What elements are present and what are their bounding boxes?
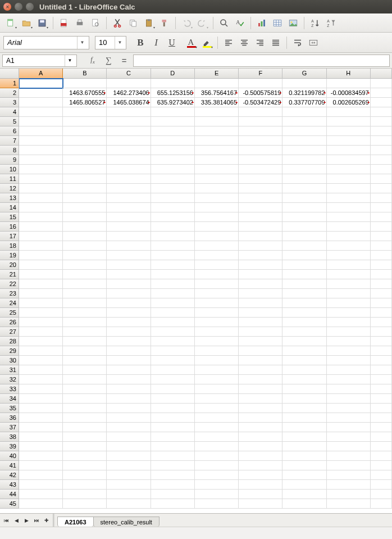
cell[interactable] [327,222,371,232]
cell[interactable] [239,117,282,126]
cell[interactable] [371,203,392,212]
cell[interactable] [151,432,195,442]
cell[interactable] [239,337,282,346]
cell[interactable] [239,346,282,356]
row-header[interactable]: 23 [0,289,19,298]
sheet-add-button[interactable]: ✚ [42,515,52,526]
cell[interactable] [327,318,371,327]
cell[interactable] [107,308,151,318]
cell[interactable] [63,270,107,279]
cell[interactable] [107,318,151,327]
cell[interactable] [282,461,326,470]
cell[interactable] [151,155,195,165]
row-header[interactable]: 3 [0,98,19,107]
row-header[interactable]: 19 [0,251,19,260]
cell[interactable] [371,174,392,184]
cell[interactable] [282,442,326,451]
cell[interactable] [239,375,282,384]
cell[interactable] [239,461,282,470]
cell[interactable] [19,136,63,146]
cell[interactable] [282,499,326,509]
cell[interactable] [107,203,151,212]
bold-button[interactable]: B [133,35,148,50]
cell[interactable] [19,327,63,337]
cell[interactable] [107,222,151,232]
sheet-prev-button[interactable]: ◀ [11,515,21,526]
function-wizard-button[interactable]: fx [86,55,99,67]
cell[interactable] [107,241,151,251]
cell[interactable] [327,499,371,509]
sheet-next-button[interactable]: ▶ [21,515,31,526]
cell[interactable] [371,251,392,260]
cell[interactable] [151,232,195,241]
cell[interactable] [239,155,282,165]
cell[interactable] [239,212,282,222]
highlight-color-button[interactable] [199,35,214,50]
cell[interactable] [239,79,282,88]
cell[interactable] [239,298,282,308]
cell[interactable] [327,184,371,193]
cell[interactable] [63,193,107,203]
wrap-text-button[interactable] [290,35,305,50]
cell[interactable] [63,308,107,318]
name-box-dropdown-icon[interactable]: ▼ [65,55,75,66]
cell[interactable] [195,375,239,384]
cell[interactable] [371,432,392,442]
cell[interactable] [63,499,107,509]
cell[interactable] [63,442,107,451]
cell[interactable]: 1465.038674 [107,98,151,107]
align-left-button[interactable] [221,35,236,50]
cell[interactable] [195,107,239,117]
cell[interactable] [327,480,371,490]
cell[interactable] [63,318,107,327]
cell[interactable] [151,222,195,232]
row-header[interactable]: 36 [0,413,19,423]
cell[interactable] [151,203,195,212]
cell[interactable] [282,337,326,346]
cell[interactable] [151,423,195,432]
cell[interactable] [282,404,326,413]
print-button[interactable] [72,16,87,30]
cell[interactable] [239,146,282,155]
cell[interactable] [327,136,371,146]
cell[interactable] [327,126,371,136]
cell[interactable] [107,117,151,126]
row-header[interactable]: 15 [0,212,19,222]
cell[interactable] [19,174,63,184]
cell[interactable] [151,117,195,126]
cell[interactable] [19,88,63,98]
cell[interactable] [151,212,195,222]
cell[interactable] [63,404,107,413]
cell[interactable] [327,289,371,298]
font-size-input[interactable] [95,37,115,49]
horizontal-scrollbar[interactable] [159,514,392,527]
cell[interactable] [239,260,282,270]
cell[interactable] [327,232,371,241]
cell[interactable] [327,165,371,174]
column-header[interactable]: A [19,69,63,79]
cell[interactable] [19,241,63,251]
cell[interactable] [151,461,195,470]
cell[interactable] [19,298,63,308]
cell[interactable] [371,212,392,222]
cell[interactable] [371,270,392,279]
cell[interactable]: 335.3814065 [195,98,239,107]
cell[interactable] [107,442,151,451]
cell[interactable] [327,174,371,184]
cell[interactable] [151,499,195,509]
window-maximize-button[interactable] [26,3,34,11]
cell[interactable] [282,375,326,384]
sum-button[interactable]: ∑ [102,55,115,67]
cell[interactable] [195,241,239,251]
cell[interactable] [327,155,371,165]
cell[interactable] [63,222,107,232]
cell[interactable] [239,451,282,461]
cell[interactable] [371,279,392,289]
cell[interactable] [327,327,371,337]
cell[interactable] [19,384,63,394]
cell[interactable] [19,193,63,203]
cell[interactable] [63,470,107,480]
cell[interactable] [195,184,239,193]
cell[interactable] [107,79,151,88]
cell[interactable] [282,117,326,126]
